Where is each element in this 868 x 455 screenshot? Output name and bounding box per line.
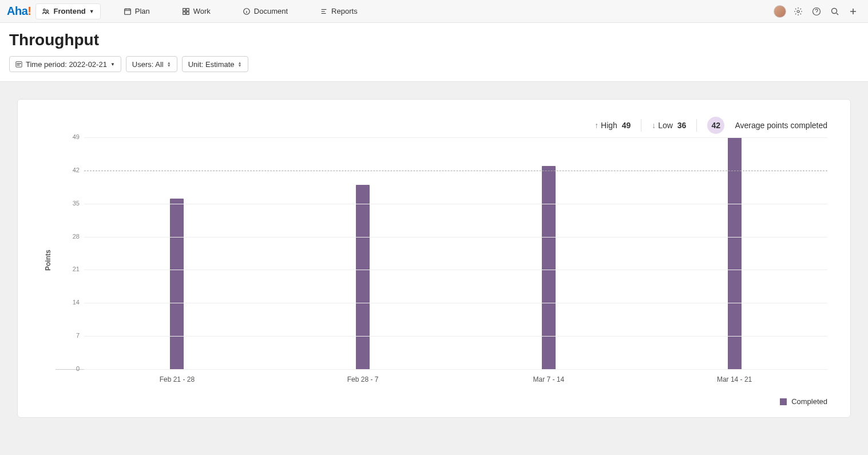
- nav-document[interactable]: Document: [233, 3, 297, 19]
- legend-swatch-completed: [780, 398, 787, 405]
- y-tick: 28: [56, 233, 80, 240]
- filter-label: Unit: Estimate: [188, 60, 235, 69]
- stat-average-badge: 42: [707, 117, 724, 134]
- svg-point-0: [43, 9, 46, 11]
- team-icon: [42, 7, 50, 15]
- gridline: 7: [84, 336, 827, 337]
- y-tick: 0: [56, 365, 80, 372]
- board-icon: [182, 7, 190, 15]
- svg-rect-5: [183, 11, 185, 14]
- help-button[interactable]: [808, 3, 825, 19]
- filter-row: Time period: 2022-02-21 ▼ Users: All ▲▼ …: [9, 56, 859, 72]
- gridline: 35: [84, 204, 827, 204]
- workspace-name: Frontend: [53, 7, 85, 15]
- bar-slot: [641, 137, 827, 369]
- x-axis: Feb 21 - 28Feb 28 - 7Mar 7 - 14Mar 14 - …: [84, 370, 827, 383]
- svg-point-10: [832, 8, 837, 13]
- settings-button[interactable]: [790, 3, 806, 19]
- y-tick: 42: [56, 167, 80, 173]
- divider: [641, 119, 641, 132]
- bar-slot: [270, 137, 456, 369]
- sort-icon: ▲▼: [167, 61, 171, 67]
- search-button[interactable]: [827, 3, 843, 19]
- add-button[interactable]: [845, 3, 861, 19]
- app-logo[interactable]: Aha!: [7, 5, 31, 18]
- stat-label: High: [601, 121, 617, 130]
- page-title: Throughput: [9, 31, 859, 49]
- bar-completed[interactable]: [356, 185, 370, 369]
- y-tick: 21: [56, 266, 80, 272]
- svg-rect-3: [183, 8, 185, 10]
- arrow-down-icon: ↓: [652, 121, 656, 130]
- gridline: 42: [84, 171, 827, 171]
- calendar-grid-icon: [15, 61, 22, 68]
- calendar-icon: [124, 7, 132, 15]
- legend: Completed: [41, 397, 827, 406]
- nav-label: Work: [193, 7, 211, 15]
- bar-slot: [456, 137, 642, 369]
- nav-work[interactable]: Work: [173, 3, 220, 19]
- stat-label: Low: [658, 121, 673, 130]
- gridline: 28: [84, 237, 827, 238]
- bar-completed[interactable]: [170, 199, 184, 369]
- filter-label: Users: All: [132, 60, 164, 69]
- stat-value: 36: [677, 121, 687, 130]
- throughput-chart: Points 07142128354249 Feb 21 - 28Feb 28 …: [41, 137, 827, 383]
- help-icon: [812, 7, 821, 16]
- nav-label: Plan: [135, 7, 150, 15]
- svg-rect-2: [124, 9, 130, 14]
- y-axis-label: Points: [41, 137, 56, 383]
- page-header: Throughput Time period: 2022-02-21 ▼ Use…: [0, 23, 868, 82]
- filter-label: Time period: 2022-02-21: [26, 60, 107, 69]
- bar-completed[interactable]: [542, 166, 556, 369]
- divider: [696, 119, 697, 132]
- svg-rect-12: [17, 63, 18, 64]
- user-avatar[interactable]: [772, 3, 788, 19]
- svg-point-8: [797, 10, 799, 13]
- caret-down-icon: ▼: [89, 9, 94, 14]
- gridline: 21: [84, 270, 827, 270]
- sort-icon: ▲▼: [238, 61, 242, 67]
- logo-bang: !: [27, 5, 31, 17]
- logo-text: Aha: [7, 5, 27, 17]
- gear-icon: [794, 7, 803, 16]
- search-icon: [830, 7, 839, 16]
- stat-average-label: Average points completed: [735, 121, 827, 130]
- nav-plan[interactable]: Plan: [114, 3, 159, 19]
- arrow-up-icon: ↑: [594, 121, 599, 130]
- reports-icon: [320, 7, 328, 15]
- report-canvas: ↑ High 49 ↓ Low 36 42 Average points com…: [0, 82, 868, 455]
- y-tick: 14: [56, 299, 80, 306]
- svg-point-1: [46, 10, 49, 12]
- workspace-switcher[interactable]: Frontend ▼: [35, 3, 100, 19]
- gridline: 0: [84, 369, 827, 370]
- legend-label-completed: Completed: [791, 397, 827, 406]
- plot-area: 07142128354249: [56, 137, 827, 370]
- info-icon: [243, 7, 251, 15]
- svg-rect-6: [187, 11, 189, 14]
- x-tick: Mar 14 - 21: [641, 370, 827, 383]
- plus-icon: [849, 7, 858, 16]
- filter-time-period[interactable]: Time period: 2022-02-21 ▼: [9, 56, 121, 72]
- top-nav: Aha! Frontend ▼ Plan Work Document Repor…: [0, 0, 868, 23]
- x-tick: Feb 28 - 7: [270, 370, 456, 383]
- caret-down-icon: ▼: [110, 62, 115, 67]
- stat-low: ↓ Low 36: [652, 121, 686, 130]
- bar-completed[interactable]: [728, 137, 742, 369]
- svg-rect-4: [187, 8, 189, 10]
- nav-label: Document: [254, 7, 288, 15]
- gridline: 14: [84, 303, 827, 303]
- gridline: 49: [84, 137, 827, 138]
- svg-rect-14: [20, 63, 21, 64]
- filter-users[interactable]: Users: All ▲▼: [126, 56, 177, 72]
- nav-label: Reports: [331, 7, 358, 15]
- nav-reports[interactable]: Reports: [311, 3, 367, 19]
- svg-rect-13: [18, 63, 19, 64]
- svg-rect-11: [16, 62, 22, 67]
- filter-unit[interactable]: Unit: Estimate ▲▼: [182, 56, 248, 72]
- y-tick: 7: [56, 332, 80, 339]
- stat-high: ↑ High 49: [594, 121, 631, 130]
- y-tick: 35: [56, 200, 80, 207]
- svg-rect-16: [18, 65, 19, 66]
- svg-rect-15: [17, 65, 18, 66]
